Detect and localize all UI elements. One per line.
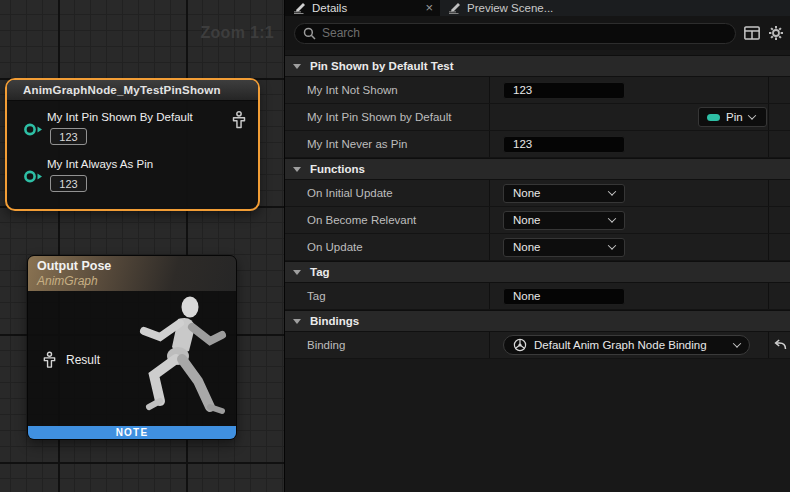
tab-preview-scene[interactable]: Preview Scene... xyxy=(440,0,790,16)
search-icon xyxy=(303,27,316,40)
chevron-down-icon xyxy=(293,64,301,69)
section-functions[interactable]: Functions xyxy=(285,158,790,180)
property-row-on-initial-update: On Initial Update None xyxy=(285,180,790,207)
property-row-my-int-pin-shown-by-default: My Int Pin Shown by Default Pin xyxy=(285,104,790,131)
details-panel: Details × Preview Scene... xyxy=(285,0,790,492)
tab-details-label: Details xyxy=(312,2,347,14)
anim-graph-canvas[interactable]: Zoom 1:1 AnimGraphNode_MyTestPinShown My… xyxy=(0,0,285,492)
details-tab-icon xyxy=(293,2,306,14)
int-pin-icon[interactable] xyxy=(23,123,45,136)
node-subtitle: AnimGraph xyxy=(37,274,236,288)
note-badge[interactable]: NOTE xyxy=(28,426,236,439)
property-row-my-int-never-as-pin: My Int Never as Pin xyxy=(285,131,790,158)
property-row-binding: Binding Default Anim Graph Node Binding xyxy=(285,332,790,359)
chevron-down-icon xyxy=(608,187,616,195)
pin-value-box[interactable]: 123 xyxy=(50,175,87,192)
pose-input-pin-icon[interactable] xyxy=(42,351,57,369)
on-initial-update-dropdown[interactable]: None xyxy=(503,184,625,203)
property-label: Tag xyxy=(285,283,490,309)
section-tag[interactable]: Tag xyxy=(285,261,790,283)
reset-to-default-icon[interactable] xyxy=(773,339,787,351)
on-update-dropdown[interactable]: None xyxy=(503,238,625,257)
preview-scene-tab-icon xyxy=(448,2,461,14)
output-pose-node[interactable]: Output Pose AnimGraph Result NOT xyxy=(27,255,237,440)
section-bindings[interactable]: Bindings xyxy=(285,310,790,332)
search-input[interactable] xyxy=(322,26,731,40)
property-row-on-become-relevant: On Become Relevant None xyxy=(285,207,790,234)
tab-preview-label: Preview Scene... xyxy=(467,2,553,14)
chevron-down-icon xyxy=(293,167,301,172)
search-toolbar xyxy=(285,16,790,50)
chevron-down-icon xyxy=(733,339,741,347)
section-pin-shown-by-default-test[interactable]: Pin Shown by Default Test xyxy=(285,55,790,77)
tag-input[interactable] xyxy=(503,288,625,305)
anim-graph-test-node[interactable]: AnimGraphNode_MyTestPinShown My Int Pin … xyxy=(5,78,260,211)
property-row-on-update: On Update None xyxy=(285,234,790,261)
chevron-down-icon xyxy=(608,214,616,222)
chevron-down-icon xyxy=(293,270,301,275)
property-label: My Int Pin Shown by Default xyxy=(285,104,490,130)
my-int-not-shown-input[interactable] xyxy=(503,82,625,99)
mannequin-image xyxy=(116,293,234,425)
property-label: On Become Relevant xyxy=(285,207,490,233)
chevron-down-icon xyxy=(747,111,755,119)
tab-bar: Details × Preview Scene... xyxy=(285,0,790,16)
close-icon[interactable]: × xyxy=(425,3,433,13)
property-label: On Initial Update xyxy=(285,180,490,206)
display-filter-icon[interactable] xyxy=(744,26,760,40)
property-label: My Int Not Shown xyxy=(285,77,490,103)
my-int-never-as-pin-input[interactable] xyxy=(503,136,625,153)
node-header[interactable]: AnimGraphNode_MyTestPinShown xyxy=(7,80,258,101)
pin-label: My Int Always As Pin xyxy=(47,158,153,170)
chevron-down-icon xyxy=(293,319,301,324)
zoom-level-label: Zoom 1:1 xyxy=(200,24,274,42)
node-title: AnimGraphNode_MyTestPinShown xyxy=(23,84,221,96)
pin-icon xyxy=(707,114,720,121)
pin-value-box[interactable]: 123 xyxy=(50,128,87,145)
chevron-down-icon xyxy=(608,241,616,249)
search-box[interactable] xyxy=(294,23,736,44)
int-pin-icon[interactable] xyxy=(23,170,45,183)
property-row-my-int-not-shown: My Int Not Shown xyxy=(285,77,790,104)
property-label: My Int Never as Pin xyxy=(285,131,490,157)
property-list: Pin Shown by Default Test My Int Not Sho… xyxy=(285,50,790,492)
node-title: Output Pose xyxy=(37,259,236,273)
pose-output-pin-icon[interactable] xyxy=(231,110,247,130)
pin-mode-dropdown[interactable]: Pin xyxy=(698,107,767,127)
node-header[interactable]: Output Pose AnimGraph xyxy=(28,256,236,291)
on-become-relevant-dropdown[interactable]: None xyxy=(503,211,625,230)
tab-details[interactable]: Details × xyxy=(285,0,440,16)
property-label: On Update xyxy=(285,234,490,260)
result-pin-label: Result xyxy=(66,353,100,367)
property-label: Binding xyxy=(285,332,490,358)
binding-icon xyxy=(513,338,527,352)
binding-dropdown[interactable]: Default Anim Graph Node Binding xyxy=(503,335,750,355)
property-row-tag: Tag xyxy=(285,283,790,310)
gear-icon[interactable] xyxy=(768,25,784,41)
pin-label: My Int Pin Shown By Default xyxy=(47,111,193,123)
